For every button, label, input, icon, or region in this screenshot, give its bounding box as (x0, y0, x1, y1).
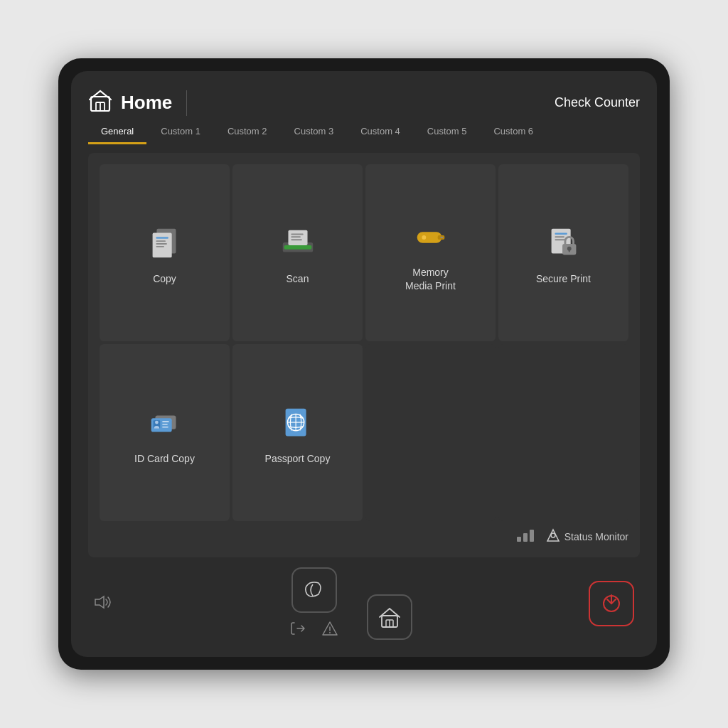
home-button[interactable] (367, 594, 412, 640)
status-monitor-button[interactable]: Status Monitor (546, 528, 628, 545)
power-button[interactable] (589, 581, 634, 626)
empty-tile-1 (365, 344, 496, 521)
svg-point-41 (551, 533, 555, 537)
svg-rect-6 (156, 241, 166, 242)
status-monitor-icon (546, 528, 560, 545)
tab-custom5[interactable]: Custom 5 (414, 120, 480, 144)
copy-icon (144, 223, 186, 265)
svg-rect-37 (517, 537, 521, 542)
main-content: Copy (88, 153, 640, 557)
empty-tile-2 (498, 344, 628, 521)
svg-point-44 (329, 632, 331, 633)
scan-tile[interactable]: Scan (232, 164, 363, 341)
tab-custom3[interactable]: Custom 3 (282, 120, 347, 144)
header-title: Home (121, 92, 172, 114)
secure-print-tile[interactable]: Secure Print (498, 164, 628, 341)
svg-rect-30 (162, 422, 169, 423)
svg-rect-10 (284, 245, 311, 250)
app-grid: Copy (100, 164, 628, 521)
device-frame: Home Check Counter General Custom 1 Cust… (58, 58, 670, 670)
memory-media-print-tile[interactable]: MemoryMedia Print (365, 164, 496, 341)
network-icon (516, 527, 535, 546)
svg-point-18 (422, 235, 426, 240)
copy-label: Copy (153, 272, 176, 285)
tab-general[interactable]: General (88, 120, 146, 144)
svg-rect-13 (291, 237, 301, 238)
svg-rect-17 (440, 237, 443, 238)
svg-rect-22 (555, 240, 565, 241)
memory-media-print-icon (410, 216, 452, 259)
svg-rect-7 (156, 243, 166, 245)
svg-rect-20 (555, 233, 567, 235)
svg-rect-39 (530, 530, 534, 542)
svg-rect-32 (162, 427, 168, 428)
svg-rect-31 (162, 424, 168, 425)
passport-copy-icon (277, 402, 319, 445)
memory-media-print-label: MemoryMedia Print (405, 266, 456, 291)
tab-custom4[interactable]: Custom 4 (348, 120, 413, 144)
bottom-bar (88, 557, 640, 646)
id-card-copy-label: ID Card Copy (134, 452, 195, 465)
tab-custom6[interactable]: Custom 6 (481, 120, 546, 144)
status-bar: Status Monitor (100, 521, 628, 546)
tab-custom1[interactable]: Custom 1 (148, 120, 213, 144)
svg-marker-42 (95, 596, 104, 608)
tab-custom2[interactable]: Custom 2 (215, 120, 280, 144)
svg-rect-5 (156, 237, 168, 239)
svg-marker-40 (547, 530, 559, 541)
passport-copy-tile[interactable]: Passport Copy (232, 344, 363, 521)
svg-rect-14 (291, 240, 301, 241)
sleep-button[interactable] (291, 567, 337, 613)
header: Home Check Counter (88, 88, 640, 117)
volume-icon[interactable] (94, 594, 114, 614)
scan-label: Scan (287, 272, 309, 285)
svg-rect-8 (156, 246, 164, 247)
svg-rect-38 (523, 533, 528, 542)
id-card-copy-tile[interactable]: ID Card Copy (100, 344, 230, 521)
login-icon[interactable] (290, 620, 307, 640)
svg-rect-4 (152, 233, 171, 258)
svg-rect-21 (555, 237, 564, 238)
passport-copy-label: Passport Copy (265, 452, 331, 465)
tabs-row: General Custom 1 Custom 2 Custom 3 Custo… (88, 120, 640, 144)
home-icon (88, 88, 112, 117)
header-divider (186, 90, 187, 116)
header-left: Home (88, 88, 172, 117)
scan-icon (277, 223, 319, 265)
svg-point-29 (154, 421, 158, 424)
secure-print-label: Secure Print (536, 272, 591, 285)
warning-icon (321, 620, 338, 640)
copy-tile[interactable]: Copy (100, 164, 230, 341)
status-monitor-label: Status Monitor (564, 531, 628, 542)
check-counter-button[interactable]: Check Counter (555, 95, 640, 110)
screen: Home Check Counter General Custom 1 Cust… (71, 71, 657, 657)
id-card-copy-icon (144, 402, 186, 445)
svg-rect-25 (568, 249, 569, 252)
secure-print-icon (542, 223, 585, 265)
svg-rect-12 (291, 234, 303, 235)
